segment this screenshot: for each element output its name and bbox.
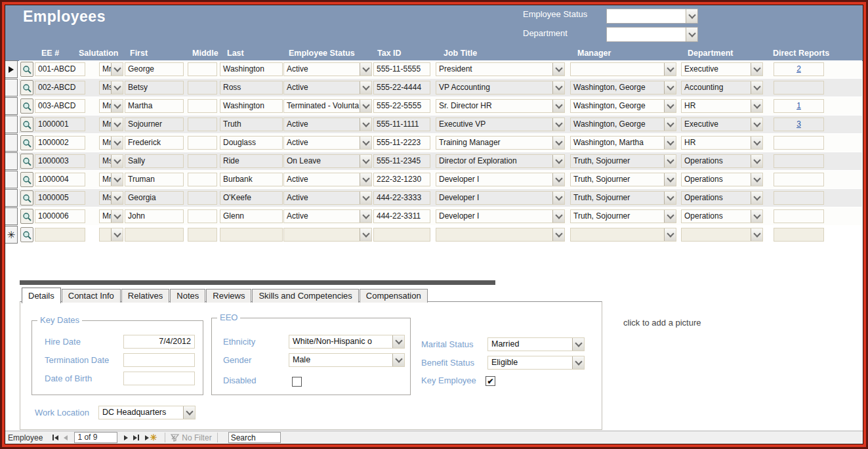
salutation-combo[interactable]: Mr.: [99, 136, 123, 150]
employee-status-combo[interactable]: Terminated - Volunta: [283, 99, 372, 113]
middle-name-field[interactable]: [188, 173, 217, 186]
chevron-down-icon[interactable]: [552, 137, 564, 149]
middle-name-field[interactable]: [188, 154, 217, 168]
job-title-combo[interactable]: VP Accounting: [436, 81, 565, 95]
chevron-down-icon[interactable]: [360, 228, 371, 241]
ee-number-field[interactable]: 1000006: [35, 209, 85, 223]
chevron-down-icon[interactable]: [664, 155, 676, 167]
previous-record-button[interactable]: [64, 435, 68, 440]
record-position-box[interactable]: 1 of 9: [74, 432, 117, 443]
manager-combo[interactable]: Washington, Martha: [570, 136, 676, 150]
chevron-down-icon[interactable]: [552, 100, 564, 112]
chevron-down-icon[interactable]: [751, 81, 762, 94]
chevron-down-icon[interactable]: [111, 192, 123, 204]
tab-relatives[interactable]: Relatives: [121, 289, 169, 303]
manager-combo[interactable]: Washington, George: [570, 99, 676, 113]
department-combo[interactable]: Operations: [681, 191, 763, 205]
salutation-combo[interactable]: Ms.: [99, 81, 123, 95]
chevron-down-icon[interactable]: [751, 228, 762, 241]
record-selector[interactable]: ✳: [5, 134, 18, 152]
chevron-down-icon[interactable]: [664, 81, 676, 94]
employee-status-combo[interactable]: Active: [283, 209, 372, 223]
employee-status-combo[interactable]: Active: [283, 81, 372, 95]
search-input[interactable]: [228, 432, 281, 443]
chevron-down-icon[interactable]: [392, 335, 404, 348]
job-title-combo[interactable]: Executive VP: [436, 118, 565, 131]
record-selector[interactable]: ✳: [5, 60, 18, 78]
middle-name-field[interactable]: [188, 209, 217, 223]
manager-combo[interactable]: [570, 228, 676, 242]
magnifier-icon[interactable]: [20, 154, 33, 169]
magnifier-icon[interactable]: [20, 172, 33, 187]
chevron-down-icon[interactable]: [360, 137, 371, 149]
record-selector[interactable]: ✳: [5, 116, 18, 133]
ee-number-field[interactable]: 1000003: [35, 154, 85, 168]
marital-status-combo[interactable]: Married: [487, 337, 585, 351]
first-name-field[interactable]: Truman: [125, 173, 184, 186]
job-title-combo[interactable]: Sr. Director HR: [436, 99, 565, 113]
last-name-field[interactable]: Burbank: [220, 173, 283, 186]
department-combo[interactable]: [681, 228, 763, 242]
chevron-down-icon[interactable]: [360, 63, 371, 75]
first-name-field[interactable]: Sally: [125, 154, 184, 168]
no-filter-button[interactable]: No Filter: [171, 433, 211, 442]
termination-date-field[interactable]: [123, 353, 195, 367]
salutation-combo[interactable]: Ms.: [99, 154, 123, 168]
record-selector[interactable]: ✳: [5, 79, 18, 96]
last-name-field[interactable]: Truth: [220, 118, 283, 131]
manager-combo[interactable]: Truth, Sojourner: [570, 173, 676, 186]
tax-id-field[interactable]: 555-11-2345: [373, 154, 430, 168]
last-name-field[interactable]: [220, 228, 283, 242]
job-title-combo[interactable]: Developer I: [436, 173, 565, 186]
chevron-down-icon[interactable]: [111, 63, 123, 75]
employee-status-combo[interactable]: [283, 228, 372, 242]
job-title-combo[interactable]: President: [436, 62, 565, 76]
chevron-down-icon[interactable]: [360, 155, 371, 167]
magnifier-icon[interactable]: [20, 117, 33, 132]
tax-id-field[interactable]: 222-32-1230: [373, 173, 430, 186]
middle-name-field[interactable]: [188, 81, 217, 95]
middle-name-field[interactable]: [188, 118, 217, 131]
chevron-down-icon[interactable]: [664, 100, 676, 112]
tax-id-field[interactable]: 555-11-1111: [373, 118, 430, 131]
direct-reports-link[interactable]: 1: [796, 101, 801, 110]
chevron-down-icon[interactable]: [751, 192, 762, 204]
tab-contact-info[interactable]: Contact Info: [62, 289, 121, 303]
job-title-combo[interactable]: Developer I: [436, 191, 565, 205]
chevron-down-icon[interactable]: [751, 118, 762, 131]
tax-id-field[interactable]: 555-11-2223: [373, 136, 430, 150]
ee-number-field[interactable]: [35, 228, 85, 242]
chevron-down-icon[interactable]: [360, 173, 371, 186]
tab-notes[interactable]: Notes: [170, 289, 205, 303]
chevron-down-icon[interactable]: [111, 118, 123, 131]
manager-combo[interactable]: Washington, George: [570, 81, 676, 95]
last-name-field[interactable]: Washington: [220, 62, 283, 76]
last-name-field[interactable]: Ross: [220, 81, 283, 95]
chevron-down-icon[interactable]: [360, 210, 371, 223]
chevron-down-icon[interactable]: [360, 192, 371, 204]
chevron-down-icon[interactable]: [360, 81, 371, 94]
manager-combo[interactable]: Washington, George: [570, 118, 676, 131]
first-name-field[interactable]: John: [125, 209, 184, 223]
chevron-down-icon[interactable]: [751, 63, 762, 75]
ee-number-field[interactable]: 1000002: [35, 136, 85, 150]
chevron-down-icon[interactable]: [751, 100, 762, 112]
salutation-combo[interactable]: Mr.: [99, 209, 123, 223]
chevron-down-icon[interactable]: [664, 228, 676, 241]
first-record-button[interactable]: [52, 435, 58, 440]
tax-id-field[interactable]: 444-22-3311: [373, 209, 430, 223]
tax-id-field[interactable]: 444-22-3333: [373, 191, 430, 205]
ee-number-field[interactable]: 1000005: [35, 191, 85, 205]
record-selector[interactable]: ✳: [5, 171, 18, 188]
chevron-down-icon[interactable]: [111, 173, 123, 186]
job-title-combo[interactable]: [436, 228, 565, 242]
tax-id-field[interactable]: 555-22-5555: [373, 99, 430, 113]
next-record-button[interactable]: [124, 435, 128, 440]
department-combo[interactable]: Executive: [681, 62, 763, 76]
manager-combo[interactable]: Truth, Sojourner: [570, 209, 676, 223]
job-title-combo[interactable]: Training Manager: [436, 136, 565, 150]
chevron-down-icon[interactable]: [183, 406, 195, 419]
magnifier-icon[interactable]: [20, 190, 33, 205]
chevron-down-icon[interactable]: [552, 173, 564, 186]
chevron-down-icon[interactable]: [552, 118, 564, 131]
